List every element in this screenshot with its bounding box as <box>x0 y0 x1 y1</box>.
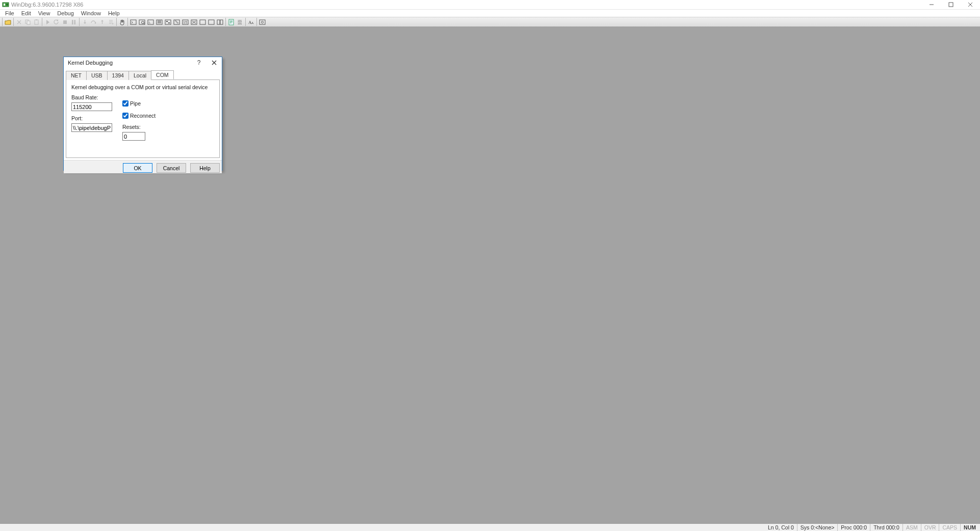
menu-debug[interactable]: Debug <box>54 10 76 17</box>
svg-marker-19 <box>112 23 114 24</box>
help-button[interactable]: Help <box>190 163 220 173</box>
svg-text:101: 101 <box>238 22 242 25</box>
status-bar: Ln 0, Col 0 Sys 0:<None> Proc 000:0 Thrd… <box>0 523 980 531</box>
dialog-tabs: NET USB 1394 Local COM <box>66 70 220 79</box>
svg-marker-16 <box>84 22 86 24</box>
resets-label: Resets: <box>122 124 156 130</box>
memory-window-icon[interactable] <box>164 18 172 26</box>
title-bar: WinDbg:6.3.9600.17298 X86 <box>0 0 980 10</box>
svg-rect-31 <box>183 20 188 24</box>
minimize-button[interactable] <box>922 0 941 10</box>
registers-window-icon[interactable] <box>155 18 164 26</box>
svg-point-43 <box>262 21 264 23</box>
baud-rate-input[interactable] <box>71 102 112 111</box>
ok-button[interactable]: OK <box>123 163 152 173</box>
window-blank2-icon[interactable] <box>207 18 216 26</box>
status-caps: CAPS <box>939 524 960 531</box>
hand-icon[interactable] <box>118 18 126 26</box>
menu-file[interactable]: File <box>2 10 17 17</box>
port-input[interactable] <box>71 123 112 132</box>
disasm-window-icon[interactable] <box>181 18 190 26</box>
options-icon[interactable] <box>258 18 267 26</box>
tool-separator <box>245 18 246 26</box>
window-blank1-icon[interactable] <box>198 18 207 26</box>
svg-rect-29 <box>168 22 170 23</box>
svg-rect-34 <box>209 20 214 24</box>
reconnect-label: Reconnect <box>130 113 156 119</box>
reconnect-checkbox-row[interactable]: Reconnect <box>122 113 156 119</box>
svg-rect-9 <box>35 20 38 24</box>
font-icon[interactable]: AA <box>247 18 255 26</box>
toolbar: L 101101 AA <box>0 17 980 27</box>
tab-local[interactable]: Local <box>128 71 151 80</box>
kernel-debugging-dialog: Kernel Debugging ? NET USB 1394 Local CO… <box>63 57 222 171</box>
svg-point-22 <box>142 21 144 23</box>
pipe-checkbox[interactable] <box>122 100 128 107</box>
tool-separator <box>225 18 226 26</box>
status-asm: ASM <box>902 524 921 531</box>
resets-input[interactable] <box>122 132 145 141</box>
window-title: WinDbg:6.3.9600.17298 X86 <box>11 2 83 8</box>
reconnect-checkbox[interactable] <box>122 113 128 119</box>
window-controls <box>922 0 980 10</box>
scratch-window-icon[interactable] <box>190 18 198 26</box>
svg-rect-33 <box>200 20 205 24</box>
dialog-help-icon[interactable]: ? <box>191 57 207 68</box>
svg-rect-10 <box>36 19 37 20</box>
status-num: NUM <box>960 524 979 531</box>
tab-net[interactable]: NET <box>66 71 87 80</box>
baud-rate-label: Baud Rate: <box>71 94 112 100</box>
menu-window[interactable]: Window <box>78 10 104 17</box>
open-icon[interactable] <box>4 18 12 26</box>
tool-separator <box>127 18 128 26</box>
calls-window-icon[interactable] <box>172 18 181 26</box>
close-button[interactable] <box>961 0 980 10</box>
form-row: Baud Rate: Port: Pipe Reconnect Resets: <box>71 94 214 141</box>
cancel-button[interactable]: Cancel <box>157 163 186 173</box>
tab-1394[interactable]: 1394 <box>107 71 129 80</box>
svg-text:L: L <box>149 21 151 24</box>
tab-description: Kernel debugging over a COM port or virt… <box>71 84 214 90</box>
menu-help[interactable]: Help <box>105 10 123 17</box>
status-proc: Proc 000:0 <box>837 524 870 531</box>
break-icon <box>69 18 78 26</box>
locals-window-icon[interactable]: L <box>146 18 155 26</box>
tab-panel-com: Kernel debugging over a COM port or virt… <box>66 79 220 158</box>
tool-separator <box>256 18 257 26</box>
tab-usb[interactable]: USB <box>86 71 108 80</box>
tool-separator <box>42 18 42 26</box>
paste-icon <box>32 18 41 26</box>
dialog-button-row: OK Cancel Help <box>64 160 222 173</box>
watch-window-icon[interactable] <box>138 18 146 26</box>
menu-view[interactable]: View <box>35 10 54 17</box>
cut-icon <box>15 18 23 26</box>
pipe-checkbox-row[interactable]: Pipe <box>122 100 156 107</box>
source-mode-icon[interactable] <box>227 18 236 26</box>
app-icon <box>2 1 9 8</box>
binary-mode-icon[interactable]: 101101 <box>236 18 244 26</box>
col-right: Pipe Reconnect Resets: <box>122 99 156 141</box>
step-over-icon <box>89 18 98 26</box>
tab-com[interactable]: COM <box>151 70 174 79</box>
status-ln-col: Ln 0, Col 0 <box>765 524 797 531</box>
col-left: Baud Rate: Port: <box>71 94 112 141</box>
status-thrd: Thrd 000:0 <box>870 524 902 531</box>
dialog-close-icon[interactable] <box>207 57 222 68</box>
svg-rect-1 <box>4 4 5 6</box>
copy-icon <box>23 18 32 26</box>
svg-rect-4 <box>949 3 953 7</box>
dialog-titlebar: Kernel Debugging ? <box>64 57 222 68</box>
tool-separator <box>2 18 3 26</box>
svg-point-2 <box>6 4 8 6</box>
step-out-icon <box>98 18 107 26</box>
command-window-icon[interactable] <box>129 18 138 26</box>
stop-icon <box>61 18 69 26</box>
dialog-body: NET USB 1394 Local COM Kernel debugging … <box>64 70 222 160</box>
svg-rect-28 <box>166 21 168 22</box>
status-ovr: OVR <box>921 524 939 531</box>
svg-rect-20 <box>131 20 136 24</box>
maximize-button[interactable] <box>941 0 961 10</box>
menu-edit[interactable]: Edit <box>18 10 34 17</box>
window-tile-icon[interactable] <box>216 18 224 26</box>
svg-rect-14 <box>72 20 73 24</box>
